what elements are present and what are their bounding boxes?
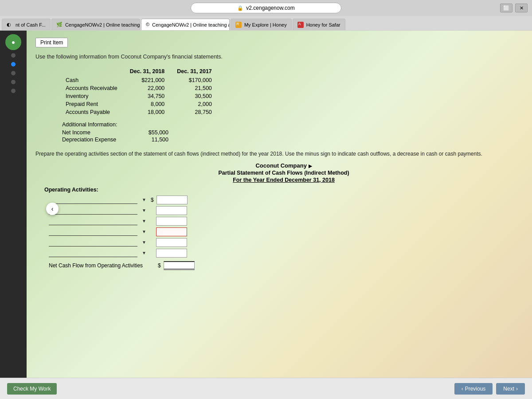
company-name: Coconut Company ▶ <box>44 162 523 169</box>
tab-favicon-1: ◐ <box>7 22 13 28</box>
nav-dot-4[interactable] <box>11 80 16 84</box>
question-intro: Use the following information from Cocon… <box>35 53 523 61</box>
statement-rows: ▼ $ ▼ ▼ ▼ <box>49 196 523 258</box>
col-header-2017: Dec. 31, 2017 <box>173 67 221 76</box>
stmt-row-1: ▼ $ <box>49 196 523 204</box>
stmt-row-3: ▼ <box>49 217 523 226</box>
restore-window-button[interactable]: ⬜ <box>500 4 512 12</box>
stmt-row-label-6 <box>49 249 137 257</box>
financial-table: Dec. 31, 2018 Dec. 31, 2017 Cash $221,00… <box>62 67 523 116</box>
stmt-dropdown-4[interactable]: ▼ <box>140 228 148 236</box>
additional-row-depreciation: Depreciation Expense 11,500 <box>62 137 523 143</box>
nav-dot-2[interactable] <box>11 62 16 66</box>
stmt-input-3[interactable] <box>156 217 187 226</box>
row-val-ap-2017: 28,750 <box>173 108 221 116</box>
content-panel: Print Item Use the following information… <box>27 31 532 387</box>
net-cash-input[interactable] <box>164 261 195 270</box>
stmt-input-5[interactable] <box>156 238 187 247</box>
bottom-bar: Check My Work ‹ Previous Next › <box>0 378 532 399</box>
stmt-row-5: ▼ <box>49 238 523 247</box>
table-row: Accounts Receivable 22,000 21,500 <box>62 84 221 92</box>
nav-buttons: ‹ Previous Next › <box>454 383 525 395</box>
print-btn-bar: Print Item <box>35 38 523 47</box>
stmt-row-label-5 <box>49 239 137 246</box>
row-val-cash-2018: $221,000 <box>126 76 174 84</box>
tab-label-3: CengageNOWv2 | Online teaching and le... <box>152 22 230 27</box>
col-header-item <box>62 67 126 76</box>
row-label-inv: Inventory <box>62 92 126 100</box>
row-label-prepaid: Prepaid Rent <box>62 100 126 108</box>
window-controls: ⬜ ✕ <box>500 4 528 12</box>
stmt-input-6[interactable] <box>156 249 187 258</box>
table-row: Accounts Payable 18,000 28,750 <box>62 108 221 116</box>
stmt-row-2: ▼ <box>49 206 523 215</box>
row-val-ap-2018: 18,000 <box>126 108 174 116</box>
stmt-input-1[interactable] <box>156 196 188 204</box>
nav-dot-3[interactable] <box>11 71 16 75</box>
check-my-work-button[interactable]: Check My Work <box>7 383 57 395</box>
url-bar[interactable]: 🔒 v2.cengagenow.com <box>191 3 341 13</box>
stmt-dropdown-1[interactable]: ▼ <box>140 196 148 204</box>
stmt-dropdown-6[interactable]: ▼ <box>140 249 148 257</box>
tab-label-1: nt of Cash F... <box>16 22 46 27</box>
tab-honey-safari[interactable]: A Honey for Safar <box>293 19 345 30</box>
chevron-right-icon: › <box>516 386 518 392</box>
previous-button[interactable]: ‹ Previous <box>454 383 493 395</box>
tab-label-4: My Explore | Honey <box>244 22 287 27</box>
next-button[interactable]: Next › <box>496 383 525 395</box>
tab-cengage-1[interactable]: 🌿 CengageNOWv2 | Online teaching and le.… <box>51 19 140 30</box>
operating-activities-label: Operating Activities: <box>44 187 523 193</box>
url-text: v2.cengagenow.com <box>246 5 294 11</box>
net-income-label: Net Income <box>62 129 133 136</box>
depreciation-label: Depreciation Expense <box>62 137 133 143</box>
stmt-row-6: ▼ <box>49 249 523 258</box>
stmt-row-label-3 <box>49 217 137 225</box>
instructions-text: Prepare the operating activities section… <box>35 150 523 158</box>
row-val-prepaid-2017: 2,000 <box>173 100 221 108</box>
col-header-2018: Dec. 31, 2018 <box>126 67 174 76</box>
stmt-dropdown-3[interactable]: ▼ <box>140 217 148 225</box>
tab-label-5: Honey for Safar <box>306 22 340 27</box>
net-cash-label: Net Cash Flow from Operating Activities <box>49 262 155 269</box>
tab-bar: ◐ nt of Cash F... 🌿 CengageNOWv2 | Onlin… <box>0 16 532 30</box>
row-val-ar-2018: 22,000 <box>126 84 174 92</box>
stmt-row-label-1 <box>49 196 137 204</box>
table-row: Cash $221,000 $170,000 <box>62 76 221 84</box>
browser-chrome: 🔒 v2.cengagenow.com ⬜ ✕ ◐ nt of Cash F..… <box>0 0 532 31</box>
row-val-inv-2017: 30,500 <box>173 92 221 100</box>
print-item-button[interactable]: Print Item <box>35 38 68 47</box>
company-arrow-icon: ▶ <box>309 164 312 168</box>
nav-dot-1[interactable] <box>11 53 16 58</box>
tab-label-2: CengageNOWv2 | Online teaching and le... <box>65 22 140 27</box>
row-label-ar: Accounts Receivable <box>62 84 126 92</box>
stmt-input-4[interactable] <box>156 227 187 236</box>
close-window-button[interactable]: ✕ <box>515 4 528 12</box>
tab-cengage-active[interactable]: © CengageNOWv2 | Online teaching and le.… <box>141 19 230 30</box>
statement-form: Coconut Company ▶ Partial Statement of C… <box>44 162 523 270</box>
row-val-inv-2018: 34,750 <box>126 92 174 100</box>
net-cash-row: Net Cash Flow from Operating Activities … <box>49 261 523 270</box>
stmt-row-label-4 <box>49 228 137 236</box>
stmt-row-label-2 <box>49 207 137 215</box>
statement-title: Partial Statement of Cash Flows (Indirec… <box>44 170 523 176</box>
main-area: ● ‹ Print Item Use the following informa… <box>0 31 532 387</box>
nav-dot-5[interactable] <box>11 89 16 93</box>
nav-back-arrow[interactable]: ‹ <box>46 203 59 215</box>
additional-info-label: Additional Information: <box>62 121 523 128</box>
lock-icon: 🔒 <box>237 5 243 11</box>
left-sidebar: ● <box>0 31 27 387</box>
row-val-ar-2017: 21,500 <box>173 84 221 92</box>
stmt-dropdown-2[interactable]: ▼ <box>140 207 148 215</box>
tab-honey-explore[interactable]: R My Explore | Honey <box>231 19 292 30</box>
net-cash-dollar-sign: $ <box>158 262 161 269</box>
table-row: Inventory 34,750 30,500 <box>62 92 221 100</box>
tab-cash-flow[interactable]: ◐ nt of Cash F... <box>2 19 51 30</box>
stmt-dropdown-5[interactable]: ▼ <box>140 239 148 246</box>
stmt-input-2[interactable] <box>156 206 187 215</box>
statement-period: For the Year Ended December 31, 2018 <box>44 177 523 183</box>
chevron-left-icon: ‹ <box>462 386 463 392</box>
row-label-ap: Accounts Payable <box>62 108 126 116</box>
row-val-prepaid-2018: 8,000 <box>126 100 174 108</box>
row-val-cash-2017: $170,000 <box>173 76 221 84</box>
title-bar: 🔒 v2.cengagenow.com ⬜ ✕ <box>0 0 532 16</box>
